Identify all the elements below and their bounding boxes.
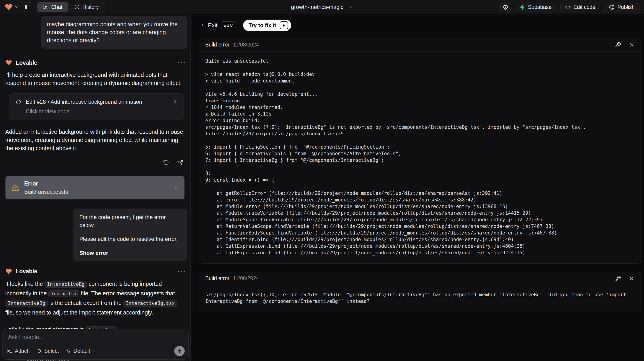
- sliders-icon: [66, 348, 71, 354]
- assistant-name: Lovable: [16, 268, 37, 275]
- topbar-actions: ⚙ Supabase Edit code Pu: [500, 2, 640, 12]
- esc-key-badge: ESC: [221, 21, 236, 29]
- gear-icon: ⚙: [502, 3, 509, 11]
- error-overlay-header: Exit ESC Try to fix it F: [200, 20, 644, 31]
- build-error-panel-header: Build error 11/08/2024: [199, 272, 640, 285]
- chat-input[interactable]: [8, 334, 183, 344]
- locate-icon: [36, 348, 42, 354]
- heart-logo-icon: [5, 268, 12, 275]
- external-link-icon[interactable]: [176, 158, 185, 167]
- panel-left-icon: [25, 4, 31, 10]
- inline-code: InteractiveBg.tsx: [123, 300, 177, 307]
- chevron-down-icon: [14, 5, 19, 9]
- globe-icon: [609, 4, 615, 10]
- assistant-message-header: Lovable ···: [5, 58, 188, 67]
- user-message: For the code present, I get the error be…: [74, 209, 188, 261]
- wrench-icon[interactable]: [615, 276, 621, 282]
- try-to-fix-button[interactable]: Try to fix it F: [243, 19, 291, 31]
- f-key-badge: F: [280, 21, 288, 29]
- build-error-panel-header: Build error 11/08/2024: [199, 38, 640, 51]
- image-up-icon: [7, 348, 12, 354]
- chat-scroll-area[interactable]: maybe diagramming points and when you mo…: [0, 14, 190, 361]
- chevron-right-icon: [173, 99, 178, 104]
- chat-bubble-icon: [43, 4, 48, 10]
- tab-history[interactable]: History: [68, 2, 105, 12]
- build-error-log: src/pages/Index.tsx(7,10): error TS2614:…: [205, 292, 635, 305]
- more-icon[interactable]: ···: [177, 267, 188, 275]
- supabase-label: Supabase: [528, 4, 552, 10]
- exit-button[interactable]: Exit: [200, 22, 218, 29]
- build-error-log-container[interactable]: Build was unsuccessful > vite_react_shad…: [199, 51, 640, 264]
- error-card-subtitle: Build unsuccessful: [24, 189, 70, 195]
- warning-triangle-icon: [12, 184, 19, 192]
- more-icon[interactable]: ···: [177, 59, 188, 66]
- chat-history-tabs: Chat History: [37, 2, 105, 12]
- assistant-text: I'll help create an interactive backgrou…: [5, 71, 188, 87]
- build-error-card[interactable]: Error Build unsuccessful: [6, 176, 184, 199]
- build-error-title: Build error: [205, 42, 230, 48]
- project-switcher[interactable]: growth-metrics-magic: [291, 4, 353, 10]
- text-segment: file, so we need to adjust the import st…: [5, 309, 153, 316]
- logo-menu[interactable]: [4, 3, 19, 11]
- assistant-text: Added an interactive background with pin…: [5, 128, 188, 152]
- send-button[interactable]: [174, 346, 185, 356]
- edit-card-title: Edit #28 • Add interactive background an…: [26, 99, 142, 105]
- text-segment: is the default export from the: [48, 300, 123, 306]
- model-label: Default: [74, 348, 90, 354]
- tab-chat[interactable]: Chat: [37, 2, 68, 12]
- error-card-title: Error: [24, 180, 70, 187]
- inline-code: Index.tsx: [48, 290, 79, 297]
- close-icon[interactable]: [629, 42, 635, 48]
- inline-code: InteractiveBg: [5, 300, 48, 307]
- select-label: Select: [44, 348, 59, 354]
- settings-button[interactable]: ⚙: [500, 2, 511, 12]
- build-error-date: 11/08/2024: [233, 42, 259, 48]
- text-segment: It looks like the: [5, 281, 44, 287]
- edit-card-subtitle: Click to view code: [15, 108, 178, 115]
- show-error-link[interactable]: Show error: [79, 249, 182, 257]
- message-actions: [5, 158, 188, 167]
- edit-code-button[interactable]: Edit code: [560, 2, 600, 12]
- assistant-text: It looks like the InteractiveBg componen…: [5, 279, 188, 317]
- composer: Attach Select: [2, 329, 188, 360]
- chevron-down-icon: [92, 349, 96, 353]
- build-error-log-container[interactable]: src/pages/Index.tsx(7,10): error TS2614:…: [199, 285, 640, 312]
- build-error-log: Build was unsuccessful > vite_react_shad…: [205, 58, 635, 256]
- chevron-down-icon: [349, 5, 353, 9]
- fix-button-label: Try to fix it: [248, 22, 276, 28]
- close-icon[interactable]: [629, 276, 635, 282]
- history-icon: [74, 4, 80, 10]
- chevron-left-icon: [200, 23, 205, 27]
- composer-toolbar: Attach Select: [7, 346, 185, 356]
- publish-label: Publish: [618, 4, 635, 10]
- project-name: growth-metrics-magic: [291, 4, 343, 10]
- supabase-button[interactable]: Supabase: [515, 2, 556, 12]
- wrench-icon[interactable]: [615, 42, 621, 48]
- user-message-line: For the code present, I get the error be…: [79, 213, 182, 229]
- edit-code-label: Edit code: [574, 4, 596, 10]
- build-error-date: 11/08/2024: [233, 275, 259, 282]
- text-segment: file. The error message suggests that: [79, 290, 175, 297]
- chevron-right-icon: [173, 185, 178, 191]
- code-icon: [565, 4, 571, 10]
- sidebar-toggle-button[interactable]: [23, 2, 33, 12]
- preview-panel: Exit ESC Try to fix it F Build error 11/…: [191, 14, 644, 361]
- arrow-up-icon: [177, 348, 182, 354]
- refresh-icon[interactable]: [162, 158, 170, 167]
- user-message: maybe diagramming points and when you mo…: [41, 16, 188, 49]
- attach-label: Attach: [15, 348, 30, 354]
- select-button[interactable]: Select: [36, 348, 59, 354]
- build-error-panel-1: Build error 11/08/2024 Build was unsucce…: [199, 38, 641, 264]
- supabase-bolt-icon: [520, 4, 525, 10]
- attach-button[interactable]: Attach: [7, 348, 30, 354]
- user-message-line: Please edit the code to resolve the erro…: [79, 235, 182, 243]
- assistant-name: Lovable: [16, 59, 37, 66]
- model-selector[interactable]: Default: [66, 348, 96, 354]
- code-icon: [15, 99, 21, 105]
- inline-code: InteractiveBg: [44, 281, 87, 288]
- publish-button[interactable]: Publish: [604, 2, 640, 12]
- assistant-message-header: Lovable ···: [5, 267, 188, 276]
- chat-panel: maybe diagramming points and when you mo…: [0, 14, 191, 361]
- tab-chat-label: Chat: [51, 4, 62, 10]
- edit-card-28[interactable]: Edit #28 • Add interactive background an…: [9, 93, 184, 120]
